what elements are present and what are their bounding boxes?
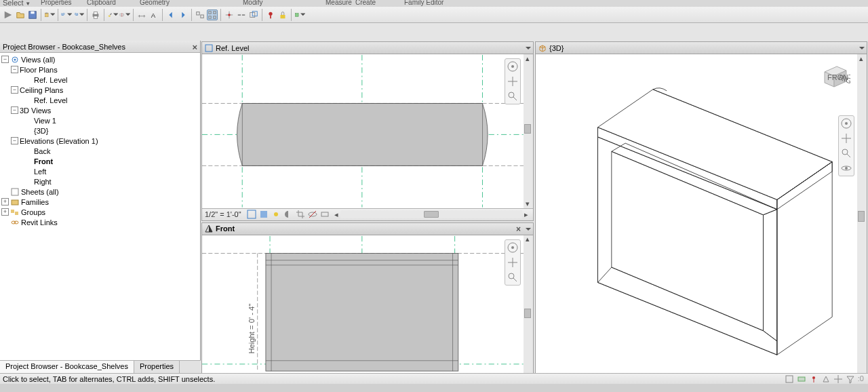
orbit-icon[interactable] <box>840 162 852 174</box>
scroll-down-icon[interactable]: ▾ <box>524 200 532 208</box>
nav-wheel[interactable] <box>838 115 854 176</box>
tree-3d-default[interactable]: {3D} <box>0 125 200 136</box>
redo-icon[interactable] <box>73 9 84 20</box>
ribbon-group-modify[interactable]: Modify <box>243 0 262 6</box>
save-icon[interactable] <box>27 9 38 20</box>
visual-style-icon[interactable] <box>259 210 269 219</box>
collapse-icon[interactable]: − <box>11 137 18 144</box>
tab-project-browser[interactable]: Project Browser - Bookcase_Shelves <box>0 361 134 373</box>
tree-revit-links[interactable]: Revit Links <box>0 217 200 227</box>
ribbon-group-family-editor[interactable]: Family Editor <box>404 0 443 6</box>
ribbon-group-geometry[interactable]: Geometry <box>140 0 170 6</box>
scroll-thumb[interactable] <box>424 211 439 218</box>
canvas-3d[interactable]: FRONT RIGHT <box>536 54 867 380</box>
canvas-front[interactable]: Height = 0' - 4" ▴ ▾ <box>202 235 533 382</box>
pin-icon[interactable] <box>265 9 276 20</box>
nav-wheel[interactable] <box>505 58 521 104</box>
detail-level-icon[interactable] <box>247 210 256 219</box>
tree-views-root[interactable]: −Views (all) <box>0 54 200 64</box>
print-icon[interactable] <box>90 9 101 20</box>
undo-icon[interactable] <box>61 9 72 20</box>
view-scale[interactable]: 1/2" = 1'-0" <box>205 210 241 218</box>
activate-dims-icon[interactable] <box>136 9 147 20</box>
tree-ceiling-ref-level[interactable]: Ref. Level <box>0 95 200 105</box>
array-icon[interactable] <box>207 9 218 20</box>
nav-wheel[interactable] <box>505 239 521 286</box>
tree-3d-views[interactable]: −3D Views <box>0 105 200 115</box>
tree-elev-right[interactable]: Right <box>0 176 200 187</box>
steering-wheel-icon[interactable] <box>507 60 519 73</box>
sun-path-icon[interactable] <box>271 210 281 219</box>
zoom-icon[interactable] <box>507 90 519 102</box>
tree-elevations[interactable]: −Elevations (Elevation 1) <box>0 136 200 146</box>
dropdown-icon[interactable] <box>525 45 532 52</box>
tree-floor-plans[interactable]: −Floor Plans <box>0 64 200 75</box>
steering-wheel-icon[interactable] <box>840 117 852 130</box>
collapse-icon[interactable]: − <box>11 86 18 94</box>
modify-tool-icon[interactable] <box>3 9 14 20</box>
scrollbar-vertical[interactable]: ▴ ▾ <box>524 54 533 208</box>
scroll-up-icon[interactable]: ▴ <box>524 54 532 62</box>
zoom-icon[interactable] <box>507 271 519 283</box>
viewport-header-ref-level[interactable]: Ref. Level <box>202 42 533 54</box>
ribbon-group-clipboard[interactable]: Clipboard <box>87 0 116 6</box>
split-icon[interactable] <box>236 9 247 20</box>
select-underlay-icon[interactable] <box>797 374 806 384</box>
tree-elev-left[interactable]: Left <box>0 166 200 176</box>
select-face-icon[interactable] <box>821 374 831 384</box>
scroll-thumb[interactable] <box>524 309 531 318</box>
view-cube[interactable]: FRONT RIGHT <box>818 60 850 92</box>
scrollbar-vertical[interactable]: ▴ ▾ <box>857 54 867 380</box>
collapse-icon[interactable]: − <box>1 56 9 63</box>
crop-icon[interactable] <box>296 210 305 219</box>
pan-icon[interactable] <box>507 256 519 269</box>
scroll-up-icon[interactable]: ▴ <box>524 235 532 243</box>
steering-wheel-icon[interactable] <box>507 241 519 254</box>
pan-icon[interactable] <box>507 75 519 87</box>
drag-icon[interactable] <box>833 374 843 384</box>
collapse-icon[interactable]: − <box>11 106 18 114</box>
tree-ceiling-plans[interactable]: −Ceiling Plans <box>0 85 200 95</box>
pan-icon[interactable] <box>840 132 852 144</box>
scrollbar-vertical[interactable]: ▴ ▾ <box>524 235 533 382</box>
tree-elev-front[interactable]: Front <box>0 156 200 166</box>
dropdown-icon[interactable] <box>525 226 532 233</box>
ribbon-group-select[interactable]: Select ▼ <box>3 0 31 7</box>
text-tool-icon[interactable]: A <box>149 9 159 20</box>
dropdown-icon[interactable] <box>859 45 865 52</box>
collapse-icon[interactable]: − <box>11 66 18 73</box>
tree-sheets[interactable]: Sheets (all) <box>0 187 200 197</box>
scroll-thumb[interactable] <box>524 124 531 134</box>
select-pinned-icon[interactable] <box>809 374 818 384</box>
scrollbar-horizontal[interactable]: ◂ ▸ <box>332 210 530 218</box>
open-icon[interactable] <box>15 9 26 20</box>
trim-icon[interactable] <box>224 9 235 20</box>
filter-icon[interactable] <box>846 374 855 384</box>
tree-elev-back[interactable]: Back <box>0 146 200 156</box>
highlight-tool-icon[interactable] <box>107 9 118 20</box>
viewport-header-3d[interactable]: {3D} <box>536 42 867 54</box>
close-icon[interactable]: × <box>192 42 197 52</box>
ribbon-group-properties[interactable]: Properties <box>41 0 72 6</box>
shadows-icon[interactable] <box>283 210 293 219</box>
scroll-right-icon[interactable]: ▸ <box>522 210 530 218</box>
tree-families[interactable]: +Families <box>0 197 200 207</box>
cut-geometry-icon[interactable] <box>119 9 130 20</box>
reveal-icon[interactable] <box>320 210 330 219</box>
tab-properties[interactable]: Properties <box>134 361 180 373</box>
paste-icon[interactable] <box>44 9 55 20</box>
tree-groups[interactable]: +Groups <box>0 207 200 217</box>
lock-icon[interactable] <box>277 9 288 20</box>
ribbon-group-create[interactable]: Create <box>355 0 376 6</box>
move-left-icon[interactable] <box>165 9 176 20</box>
align-icon[interactable] <box>195 9 205 20</box>
zoom-icon[interactable] <box>840 147 852 159</box>
close-icon[interactable]: × <box>516 224 521 234</box>
expand-icon[interactable]: + <box>1 208 9 216</box>
load-family-icon[interactable] <box>294 9 305 20</box>
scroll-left-icon[interactable]: ◂ <box>332 210 340 218</box>
canvas-ref-level[interactable]: ▴ ▾ <box>202 54 533 208</box>
select-links-icon[interactable] <box>785 374 794 384</box>
offset-icon[interactable] <box>248 9 259 20</box>
expand-icon[interactable]: + <box>1 198 9 205</box>
